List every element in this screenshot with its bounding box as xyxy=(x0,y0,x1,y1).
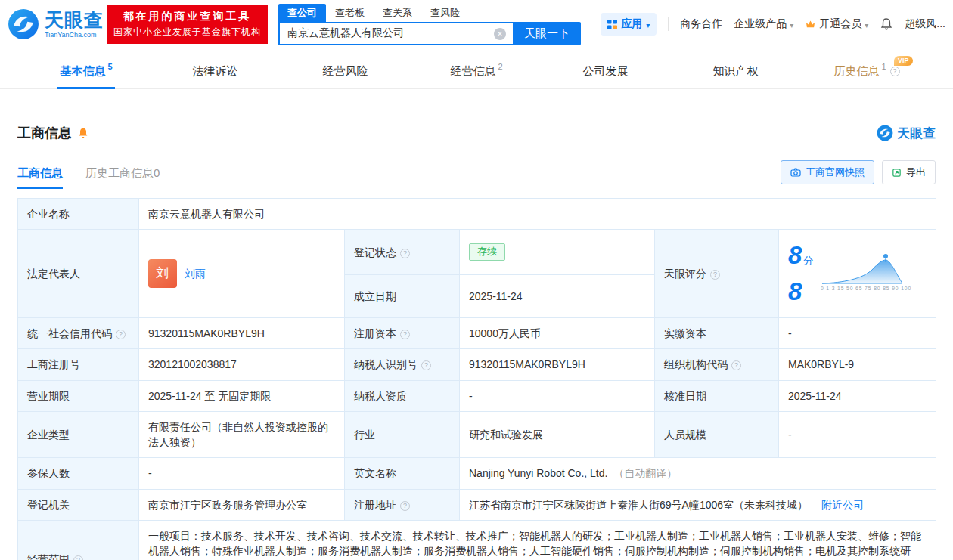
search-tab-boss[interactable]: 查老板 xyxy=(326,4,374,22)
menu-divider xyxy=(668,17,669,31)
company-type-value: 有限责任公司（非自然人投资或控股的法人独资） xyxy=(139,411,345,458)
auto-translate-note: （自动翻译） xyxy=(613,467,677,479)
tab-legal-proceedings[interactable]: 法律诉讼 xyxy=(151,54,281,88)
business-term-value: 2025-11-24 至 无固定期限 xyxy=(139,380,345,411)
subtab-count: 0 xyxy=(154,166,160,179)
main-content: 工商信息 天眼查 工商信息 历史工商信息0 xyxy=(0,124,953,560)
help-icon[interactable] xyxy=(400,330,410,339)
field-label: 核准日期 xyxy=(655,380,779,411)
legal-rep-avatar[interactable]: 刘 xyxy=(148,259,177,288)
search-tab-risk[interactable]: 查风险 xyxy=(421,4,469,22)
export-button-label: 导出 xyxy=(906,166,926,179)
menu-super-risk[interactable]: 超级风... xyxy=(905,17,945,31)
menu-open-vip[interactable]: 开通会员 xyxy=(805,17,868,31)
menu-business-cooperation-label: 商务合作 xyxy=(680,17,722,31)
official-snapshot-button[interactable]: 工商官网快照 xyxy=(781,160,874,184)
vip-badge: VIP xyxy=(894,56,913,66)
table-row: 营业期限 2025-11-24 至 无固定期限 纳税人资质 - 核准日期 202… xyxy=(18,380,936,411)
apps-menu-label: 应用 xyxy=(621,17,642,31)
field-label: 人员规模 xyxy=(655,411,779,458)
search-input[interactable] xyxy=(278,22,513,45)
tianyancha-logo-icon xyxy=(877,125,893,141)
field-label: 统一社会信用代码 xyxy=(18,317,139,348)
promo-line2: 国家中小企业发展子基金旗下机构 xyxy=(113,26,261,39)
help-icon[interactable] xyxy=(731,360,741,370)
staff-size-value: - xyxy=(779,411,936,458)
field-label: 纳税人识别号 xyxy=(345,349,460,380)
business-info-table: 企业名称 南京云意机器人有限公司 法定代表人 刘 刘雨 登记状态 存续 天眼评分 xyxy=(17,198,936,560)
table-row: 企业名称 南京云意机器人有限公司 xyxy=(18,199,936,230)
promo-line1: 都在用的商业查询工具 xyxy=(113,10,261,23)
tab-label: 经营信息 xyxy=(450,64,495,79)
tianyan-score-value[interactable]: 88 分 xyxy=(779,230,936,318)
help-icon[interactable] xyxy=(73,555,83,560)
field-label: 登记状态 xyxy=(345,230,460,275)
field-label: 企业名称 xyxy=(18,199,139,230)
tab-basic-info[interactable]: 基本信息5 xyxy=(21,54,151,88)
establish-date-value: 2025-11-24 xyxy=(460,275,655,318)
alert-bell-icon[interactable] xyxy=(77,127,89,139)
field-label: 法定代表人 xyxy=(18,230,139,318)
menu-business-cooperation[interactable]: 商务合作 xyxy=(680,17,722,31)
help-icon[interactable] xyxy=(400,501,410,511)
apps-menu[interactable]: 应用 xyxy=(601,13,657,36)
search-tab-company[interactable]: 查公司 xyxy=(278,4,326,22)
export-button[interactable]: 导出 xyxy=(882,160,936,184)
clear-icon[interactable] xyxy=(494,28,506,40)
reg-authority-value: 南京市江宁区政务服务管理办公室 xyxy=(139,489,345,520)
legal-rep-link[interactable]: 刘雨 xyxy=(185,266,206,281)
subtab-business-registration[interactable]: 工商信息 xyxy=(17,166,63,189)
tab-label: 经营风险 xyxy=(323,64,368,79)
score-unit: 分 xyxy=(803,254,813,268)
promo-banner: 都在用的商业查询工具 国家中小企业发展子基金旗下机构 xyxy=(107,5,268,44)
help-icon[interactable] xyxy=(421,360,431,370)
help-icon[interactable] xyxy=(710,270,720,280)
field-label: 工商注册号 xyxy=(18,349,139,380)
business-scope-value: 一般项目：技术服务、技术开发、技术咨询、技术交流、技术转让、技术推广；智能机器人… xyxy=(139,521,936,560)
field-label: 企业类型 xyxy=(18,411,139,458)
tab-intellectual-property[interactable]: 知识产权 xyxy=(672,54,802,88)
tab-business-info[interactable]: 经营信息2 xyxy=(411,54,542,88)
help-icon[interactable] xyxy=(400,249,410,258)
top-header: 天眼查 TianYanCha.com 都在用的商业查询工具 国家中小企业发展子基… xyxy=(0,0,953,48)
company-name-value: 南京云意机器人有限公司 xyxy=(139,199,936,230)
menu-super-risk-label: 超级风... xyxy=(905,17,945,31)
company-nav-tabs: 基本信息5 法律诉讼 经营风险 经营信息2 公司发展 知识产权 VIP 历史信息… xyxy=(0,54,953,89)
insured-count-value: - xyxy=(139,458,345,489)
subtab-history-business-registration[interactable]: 历史工商信息0 xyxy=(85,166,160,189)
field-label: 注册地址 xyxy=(345,489,460,520)
tab-history-info[interactable]: VIP 历史信息1 xyxy=(802,54,932,88)
tianyancha-watermark-logo: 天眼查 xyxy=(877,125,936,142)
field-label: 注册资本 xyxy=(345,317,460,348)
tab-operating-risk[interactable]: 经营风险 xyxy=(281,54,411,88)
crown-icon xyxy=(805,20,816,29)
notification-bell-icon[interactable] xyxy=(880,17,893,31)
logo-subtitle: TianYanCha.com xyxy=(45,32,104,39)
tab-label: 基本信息 xyxy=(60,64,105,79)
nearby-companies-link[interactable]: 附近公司 xyxy=(821,499,864,511)
taxpayer-quality-value: - xyxy=(460,380,655,411)
search-row: 天眼一下 xyxy=(278,22,581,45)
taxpayer-id-value: 91320115MAK0RBYL9H xyxy=(460,349,655,380)
apps-grid-icon xyxy=(607,20,617,29)
reg-number-value: 320121002038817 xyxy=(139,349,345,380)
industry-value: 研究和试验发展 xyxy=(460,411,655,458)
table-row: 法定代表人 刘 刘雨 登记状态 存续 天眼评分 88 分 xyxy=(18,230,936,275)
subtab-label: 工商信息 xyxy=(17,166,63,179)
search-tab-relation[interactable]: 查关系 xyxy=(374,4,421,22)
paid-capital-value: - xyxy=(779,317,936,348)
field-label: 经营范围 xyxy=(18,521,139,560)
chevron-down-icon xyxy=(790,18,793,30)
search-button[interactable]: 天眼一下 xyxy=(513,22,581,45)
subtab-row: 工商信息 历史工商信息0 工商官网快照 导出 xyxy=(17,160,936,189)
tab-count: 2 xyxy=(498,62,502,71)
score-curve-chart xyxy=(821,253,904,285)
help-icon[interactable] xyxy=(890,67,900,76)
tab-label: 法律诉讼 xyxy=(193,64,238,79)
tab-company-development[interactable]: 公司发展 xyxy=(542,54,672,88)
tianyancha-logo[interactable]: 天眼查 TianYanCha.com xyxy=(8,8,104,40)
search-area: 查公司 查老板 查关系 查风险 天眼一下 xyxy=(278,4,581,45)
help-icon[interactable] xyxy=(116,330,126,339)
search-tabs: 查公司 查老板 查关系 查风险 xyxy=(278,4,581,22)
menu-enterprise-products[interactable]: 企业级产品 xyxy=(734,17,793,31)
